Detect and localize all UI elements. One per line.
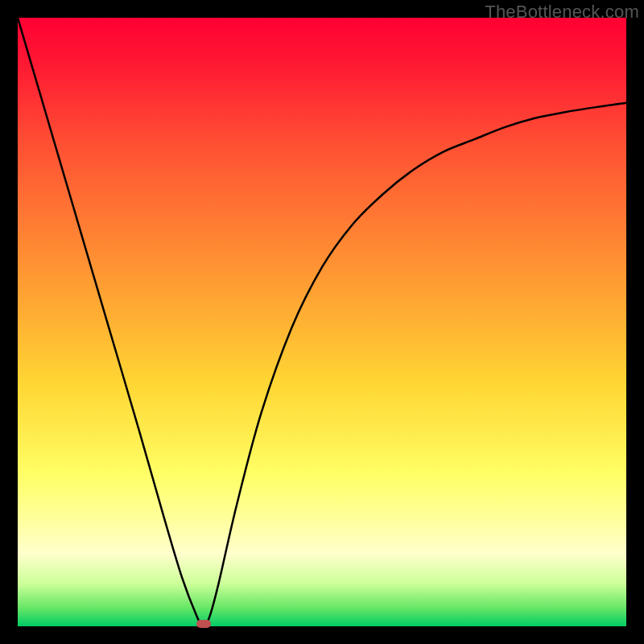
minimum-marker — [196, 620, 211, 628]
chart-container: TheBottleneck.com — [0, 0, 644, 644]
watermark: TheBottleneck.com — [485, 2, 639, 23]
bottleneck-curve — [18, 18, 626, 626]
plot-area — [18, 18, 626, 626]
